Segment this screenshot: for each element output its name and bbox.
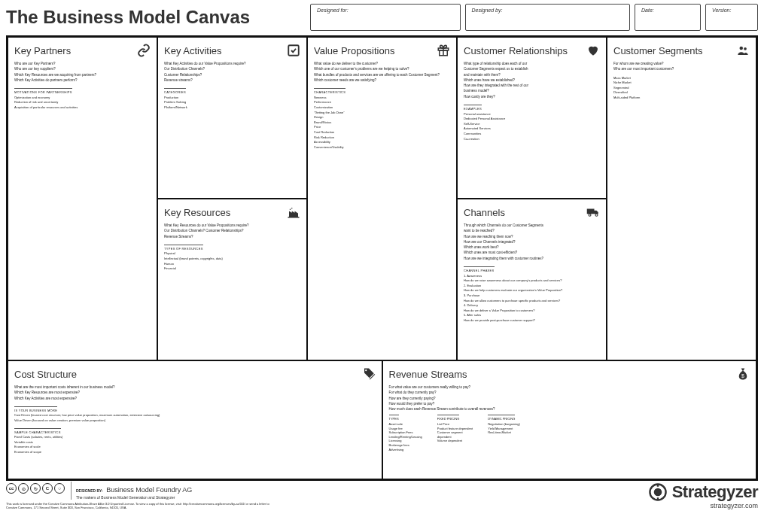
designed-by-label: Designed by: xyxy=(472,8,503,13)
cc-by-icon: ⊙ xyxy=(18,483,29,494)
designed-by-label: DESIGNED BY: xyxy=(76,488,103,493)
gift-icon xyxy=(437,44,450,57)
revenue-streams-title: Revenue Streams xyxy=(389,369,467,380)
version-box[interactable]: Version: xyxy=(705,4,758,31)
rev-prompts: For what value are our customers really … xyxy=(389,385,750,451)
moneybag-icon: $ xyxy=(736,367,750,381)
revenue-streams-block: Revenue Streams $ For what value are our… xyxy=(382,360,757,479)
svg-point-1 xyxy=(290,209,291,211)
kr-prompts: What Key Resources do our Value Proposit… xyxy=(164,223,300,271)
vp-prompts: What value do we deliver to the customer… xyxy=(314,62,450,149)
key-partners-block: Key Partners Who are our Key Partners? W… xyxy=(8,37,157,360)
value-propositions-title: Value Propositions xyxy=(314,45,394,56)
svg-point-2 xyxy=(291,208,293,209)
footer-tagline: The makers of Business Model Generation … xyxy=(76,495,192,500)
key-partners-title: Key Partners xyxy=(14,45,71,56)
header-row: The Business Model Canvas Designed for: … xyxy=(6,4,758,31)
strategyzer-wordmark: Strategyzer xyxy=(672,482,758,502)
truck-icon xyxy=(586,205,600,219)
title-cell: The Business Model Canvas xyxy=(6,4,306,31)
designed-by-box[interactable]: Designed by: xyxy=(465,4,630,31)
version-label: Version: xyxy=(712,8,731,13)
value-propositions-block: Value Propositions What value do we deli… xyxy=(307,37,457,360)
cost-structure-title: Cost Structure xyxy=(14,369,77,380)
svg-point-5 xyxy=(589,214,591,216)
tag-icon xyxy=(362,367,376,381)
rev-dynamic-col: dynamic pricing Negotiation (bargaining)… xyxy=(488,415,520,451)
strategyzer-url: strategyzer.com xyxy=(648,502,758,509)
customer-relationships-block: Customer Relationships What type of rela… xyxy=(457,37,607,199)
customer-relationships-title: Customer Relationships xyxy=(464,45,568,56)
license-text: This work is licensed under the Creative… xyxy=(6,503,277,510)
footer-company: Business Model Foundry AG xyxy=(106,486,192,494)
key-resources-title: Key Resources xyxy=(164,207,230,218)
designed-for-label: Designed for: xyxy=(317,8,349,13)
cost-structure-block: Cost Structure What are the most importa… xyxy=(8,360,382,479)
cc-c-icon: C xyxy=(42,483,53,494)
cc-icon: cc xyxy=(6,483,17,494)
date-label: Date: xyxy=(641,8,654,13)
channels-block: Channels Through which Channels do our C… xyxy=(457,199,607,360)
page-title: The Business Model Canvas xyxy=(6,7,250,28)
key-activities-block: Key Activities What Key Activities do ou… xyxy=(157,37,307,199)
svg-text:$: $ xyxy=(741,373,744,378)
kp-prompts: Who are our Key Partners? Who are our ke… xyxy=(14,62,151,110)
footer: cc ⊙ ↻ C ○ DESIGNED BY: Business Model F… xyxy=(6,481,758,508)
cc-icons: cc ⊙ ↻ C ○ xyxy=(6,483,65,494)
designed-for-box[interactable]: Designed for: xyxy=(310,4,461,31)
cc-sa-icon: ↻ xyxy=(30,483,41,494)
people-icon xyxy=(736,44,750,57)
factory-icon xyxy=(287,205,300,219)
customer-segments-title: Customer Segments xyxy=(613,45,703,56)
strategyzer-mark-icon xyxy=(648,482,668,502)
cr-prompts: What type of relationship does each of o… xyxy=(464,62,600,141)
cc-o-icon: ○ xyxy=(54,483,65,494)
customer-segments-block: Customer Segments For whom are we creati… xyxy=(607,37,756,360)
link-icon xyxy=(137,44,151,57)
strategyzer-logo: Strategyzer xyxy=(648,482,758,502)
rev-types-col: types Asset sale Usage fee Subscription … xyxy=(389,415,422,451)
canvas-grid: Key Partners Who are our Key Partners? W… xyxy=(6,35,758,481)
key-resources-block: Key Resources What Key Resources do our … xyxy=(157,199,307,360)
ch-prompts: Through which Channels do our Customer S… xyxy=(464,223,600,323)
channels-title: Channels xyxy=(464,207,505,218)
svg-point-6 xyxy=(595,214,598,216)
designed-by-block: DESIGNED BY: Business Model Foundry AG T… xyxy=(71,482,192,500)
heart-icon xyxy=(586,44,600,57)
key-activities-title: Key Activities xyxy=(164,45,222,56)
svg-point-7 xyxy=(740,47,744,50)
date-box[interactable]: Date: xyxy=(635,4,701,31)
svg-point-8 xyxy=(744,47,747,50)
cs-prompts: For whom are we creating value? Who are … xyxy=(613,62,750,100)
cost-prompts: What are the most important costs inhere… xyxy=(14,385,376,454)
svg-point-11 xyxy=(655,489,661,495)
ka-prompts: What Key Activities do our Value Proposi… xyxy=(164,62,300,110)
rev-fixed-col: fixed pricing List Price Product feature… xyxy=(437,415,473,451)
checkbox-icon xyxy=(287,44,300,57)
